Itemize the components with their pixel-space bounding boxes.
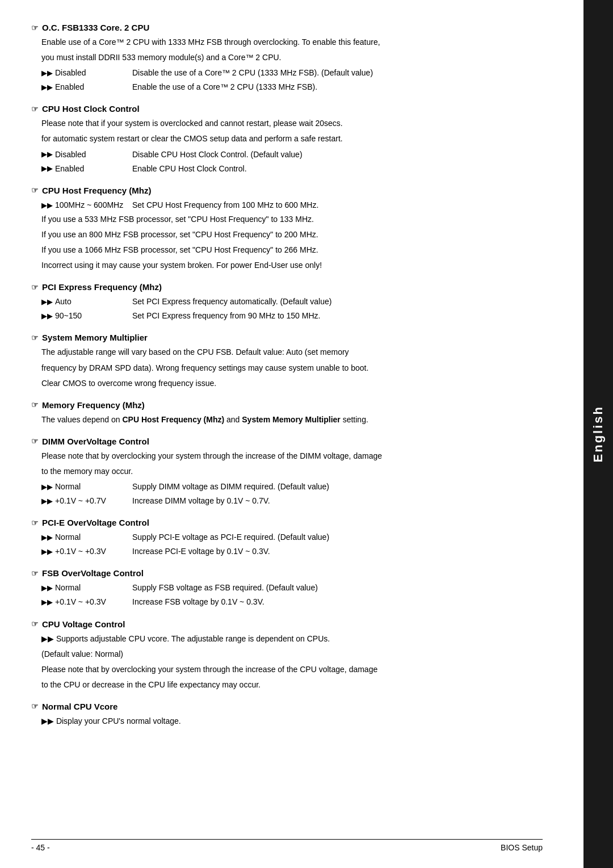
desc-cpu-volt-note-0: Please note that by overclocking your sy…: [41, 663, 552, 676]
section-title-dimm-overvoltage: ☞ DIMM OverVoltage Control: [31, 437, 552, 446]
option-key-cpu-clock-1: ▶▶ Enabled: [41, 162, 132, 175]
section-title-system-memory-mult: ☞ System Memory Multiplier: [31, 333, 552, 342]
option-row-dimm-1: ▶▶ +0.1V ~ +0.7V Increase DIMM voltage b…: [41, 494, 552, 508]
option-key-dimm-0: ▶▶ Normal: [41, 480, 132, 493]
desc-cpu-clock-1: for automatic system restart or clear th…: [41, 132, 552, 145]
option-value-cpu-freq-0: Set CPU Host Frequency from 100 MHz to 6…: [132, 199, 552, 212]
option-row-cpu-freq-0: ▶▶ 100MHz ~ 600MHz Set CPU Host Frequenc…: [41, 199, 552, 212]
footer-label: BIOS Setup: [501, 843, 543, 852]
option-value-cpu-clock-0: Disable CPU Host Clock Control. (Default…: [132, 148, 552, 161]
section-icon-dimm-overvoltage: ☞: [31, 437, 39, 446]
desc-normal-cpu-vcore: ▶▶ Display your CPU's normal voltage.: [41, 715, 552, 728]
desc-oc-fsb1333-1: you must install DDRII 533 memory module…: [41, 51, 552, 64]
section-title-memory-freq: ☞ Memory Frequency (Mhz): [31, 400, 552, 410]
desc-sys-mem-1: frequency by DRAM SPD data). Wrong frequ…: [41, 362, 552, 375]
page-footer: - 45 - BIOS Setup: [31, 839, 543, 852]
option-row-pcie-0: ▶▶ Normal Supply PCI-E voltage as PCI-E …: [41, 531, 552, 544]
section-body-dimm-overvoltage: Please note that by overclocking your sy…: [31, 450, 552, 508]
option-value-dimm-0: Supply DIMM voltage as DIMM required. (D…: [132, 480, 552, 493]
desc-oc-fsb1333-0: Enable use of a Core™ 2 CPU with 1333 MH…: [41, 36, 552, 49]
desc-sys-mem-0: The adjustable range will vary based on …: [41, 346, 552, 359]
section-title-cpu-host-freq: ☞ CPU Host Frequency (Mhz): [31, 186, 552, 195]
section-title-pci-e-overvoltage: ☞ PCI-E OverVoltage Control: [31, 518, 552, 527]
page-number: - 45 -: [31, 843, 50, 852]
desc-dimm-1: to the memory may occur.: [41, 465, 552, 478]
option-value-pci-freq-1: Set PCI Express frequency from 90 MHz to…: [132, 309, 552, 322]
section-title-cpu-voltage: ☞ CPU Voltage Control: [31, 619, 552, 629]
section-icon-cpu-host-clock: ☞: [31, 104, 39, 114]
option-key-pcie-1: ▶▶ +0.1V ~ +0.3V: [41, 545, 132, 558]
option-key-dimm-1: ▶▶ +0.1V ~ +0.7V: [41, 494, 132, 508]
option-row-fsb-0: ▶▶ Normal Supply FSB voltage as FSB requ…: [41, 581, 552, 594]
section-cpu-host-freq: ☞ CPU Host Frequency (Mhz) ▶▶ 100MHz ~ 6…: [31, 186, 552, 272]
desc-cpu-clock-0: Please note that if your system is overc…: [41, 117, 552, 130]
option-row-cpu-clock-1: ▶▶ Enabled Enable CPU Host Clock Control…: [41, 162, 552, 175]
option-key-oc-fsb1333-1: ▶▶ Enabled: [41, 81, 132, 94]
section-body-memory-freq: The values depend on CPU Host Frequency …: [31, 413, 552, 426]
desc-cpu-volt-default: (Default value: Normal): [41, 648, 552, 661]
option-value-oc-fsb1333-0: Disable the use of a Core™ 2 CPU (1333 M…: [132, 66, 552, 79]
section-body-cpu-host-freq: ▶▶ 100MHz ~ 600MHz Set CPU Host Frequenc…: [31, 199, 552, 272]
desc-dimm-0: Please note that by overclocking your sy…: [41, 450, 552, 463]
section-title-fsb-overvoltage: ☞ FSB OverVoltage Control: [31, 568, 552, 578]
option-value-fsb-0: Supply FSB voltage as FSB required. (Def…: [132, 581, 552, 594]
section-memory-freq: ☞ Memory Frequency (Mhz) The values depe…: [31, 400, 552, 426]
option-key-oc-fsb1333-0: ▶▶ Disabled: [41, 66, 132, 79]
section-body-cpu-voltage: ▶▶ Supports adjustable CPU vcore. The ad…: [31, 632, 552, 691]
section-cpu-host-clock: ☞ CPU Host Clock Control Please note tha…: [31, 104, 552, 175]
option-key-pci-freq-0: ▶▶ Auto: [41, 295, 132, 308]
section-title-oc-fsb1333: ☞ O.C. FSB1333 Core. 2 CPU: [31, 23, 552, 32]
desc-mem-freq-rich: The values depend on CPU Host Frequency …: [41, 413, 552, 426]
option-row-pci-freq-1: ▶▶ 90~150 Set PCI Express frequency from…: [41, 309, 552, 322]
section-icon-normal-cpu-vcore: ☞: [31, 702, 39, 711]
section-icon-system-memory-mult: ☞: [31, 333, 39, 342]
desc-sys-mem-2: Clear CMOS to overcome wrong frequency i…: [41, 377, 552, 390]
section-dimm-overvoltage: ☞ DIMM OverVoltage Control Please note t…: [31, 437, 552, 508]
section-icon-pci-e-overvoltage: ☞: [31, 518, 39, 527]
option-row-dimm-0: ▶▶ Normal Supply DIMM voltage as DIMM re…: [41, 480, 552, 493]
option-value-pcie-0: Supply PCI-E voltage as PCI-E required. …: [132, 531, 552, 544]
section-body-cpu-host-clock: Please note that if your system is overc…: [31, 117, 552, 175]
section-fsb-overvoltage: ☞ FSB OverVoltage Control ▶▶ Normal Supp…: [31, 568, 552, 609]
option-value-pci-freq-0: Set PCI Express frequency automatically.…: [132, 295, 552, 308]
section-icon-cpu-voltage: ☞: [31, 619, 39, 628]
section-icon-oc-fsb1333: ☞: [31, 23, 39, 32]
section-body-fsb-overvoltage: ▶▶ Normal Supply FSB voltage as FSB requ…: [31, 581, 552, 609]
option-row-cpu-clock-0: ▶▶ Disabled Disable CPU Host Clock Contr…: [41, 148, 552, 161]
option-value-dimm-1: Increase DIMM voltage by 0.1V ~ 0.7V.: [132, 494, 552, 508]
main-content: ☞ O.C. FSB1333 Core. 2 CPU Enable use of…: [0, 0, 583, 868]
desc-cpu-volt-supports: ▶▶ Supports adjustable CPU vcore. The ad…: [41, 632, 552, 645]
sidebar-label: English: [591, 405, 606, 462]
section-body-pci-e-overvoltage: ▶▶ Normal Supply PCI-E voltage as PCI-E …: [31, 531, 552, 558]
option-row-oc-fsb1333-0: ▶▶ Disabled Disable the use of a Core™ 2…: [41, 66, 552, 79]
desc-cpu-volt-note-1: to the CPU or decrease in the CPU life e…: [41, 678, 552, 691]
extra-cpu-freq-0: If you use a 533 MHz FSB processor, set …: [41, 213, 552, 226]
section-system-memory-mult: ☞ System Memory Multiplier The adjustabl…: [31, 333, 552, 389]
option-row-oc-fsb1333-1: ▶▶ Enabled Enable the use of a Core™ 2 C…: [41, 81, 552, 94]
section-body-normal-cpu-vcore: ▶▶ Display your CPU's normal voltage.: [31, 715, 552, 728]
option-row-pci-freq-0: ▶▶ Auto Set PCI Express frequency automa…: [41, 295, 552, 308]
option-key-cpu-freq-0: ▶▶ 100MHz ~ 600MHz: [41, 199, 132, 212]
option-key-pcie-0: ▶▶ Normal: [41, 531, 132, 544]
section-title-pci-express-freq: ☞ PCI Express Frequency (Mhz): [31, 282, 552, 292]
sidebar: English: [583, 0, 613, 868]
extra-cpu-freq-3: Incorrect using it may cause your system…: [41, 259, 552, 272]
option-row-pcie-1: ▶▶ +0.1V ~ +0.3V Increase PCI-E voltage …: [41, 545, 552, 558]
section-oc-fsb1333: ☞ O.C. FSB1333 Core. 2 CPU Enable use of…: [31, 23, 552, 94]
extra-cpu-freq-2: If you use a 1066 MHz FSB processor, set…: [41, 244, 552, 257]
extra-cpu-freq-1: If you use an 800 MHz FSB processor, set…: [41, 228, 552, 241]
option-key-pci-freq-1: ▶▶ 90~150: [41, 309, 132, 322]
section-icon-pci-express-freq: ☞: [31, 283, 39, 292]
option-value-oc-fsb1333-1: Enable the use of a Core™ 2 CPU (1333 MH…: [132, 81, 552, 94]
section-pci-e-overvoltage: ☞ PCI-E OverVoltage Control ▶▶ Normal Su…: [31, 518, 552, 558]
option-value-cpu-clock-1: Enable CPU Host Clock Control.: [132, 162, 552, 175]
section-normal-cpu-vcore: ☞ Normal CPU Vcore ▶▶ Display your CPU's…: [31, 702, 552, 728]
option-row-fsb-1: ▶▶ +0.1V ~ +0.3V Increase FSB voltage by…: [41, 596, 552, 609]
section-icon-memory-freq: ☞: [31, 400, 39, 409]
section-title-normal-cpu-vcore: ☞ Normal CPU Vcore: [31, 702, 552, 711]
section-icon-cpu-host-freq: ☞: [31, 186, 39, 195]
section-body-oc-fsb1333: Enable use of a Core™ 2 CPU with 1333 MH…: [31, 36, 552, 94]
section-body-pci-express-freq: ▶▶ Auto Set PCI Express frequency automa…: [31, 295, 552, 322]
option-value-fsb-1: Increase FSB voltage by 0.1V ~ 0.3V.: [132, 596, 552, 609]
option-key-fsb-1: ▶▶ +0.1V ~ +0.3V: [41, 596, 132, 609]
